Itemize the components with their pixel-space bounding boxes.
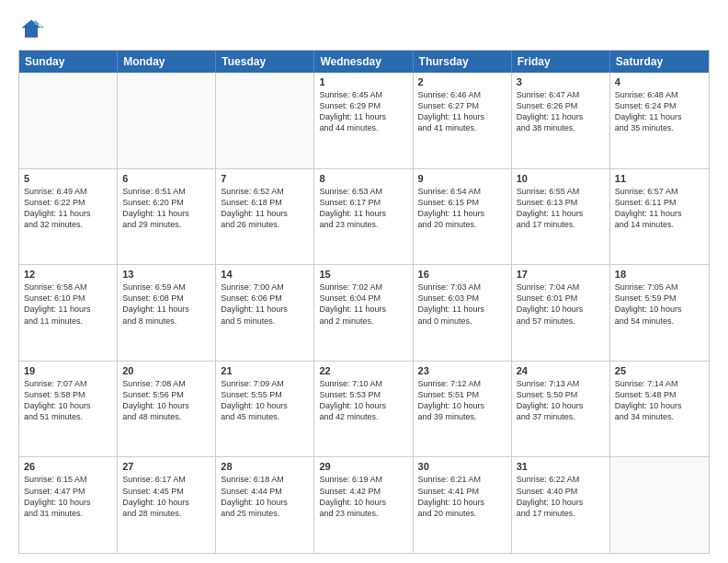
cal-cell [216,73,314,168]
logo-icon [18,17,44,42]
cell-info: Sunrise: 7:13 AM Sunset: 5:50 PM Dayligh… [517,378,605,423]
cell-info: Sunrise: 7:09 AM Sunset: 5:55 PM Dayligh… [221,378,309,423]
cal-cell [19,73,118,168]
cal-cell: 28Sunrise: 6:18 AM Sunset: 4:44 PM Dayli… [216,457,314,553]
cal-cell: 24Sunrise: 7:13 AM Sunset: 5:50 PM Dayli… [512,362,610,457]
day-number: 10 [517,173,605,184]
cell-info: Sunrise: 6:15 AM Sunset: 4:47 PM Dayligh… [24,474,112,519]
logo [18,17,48,42]
cell-info: Sunrise: 6:17 AM Sunset: 4:45 PM Dayligh… [122,474,210,519]
day-number: 5 [24,173,112,184]
cell-info: Sunrise: 6:58 AM Sunset: 6:10 PM Dayligh… [24,282,112,327]
cal-cell: 8Sunrise: 6:53 AM Sunset: 6:17 PM Daylig… [314,169,413,265]
cal-header-sunday: Sunday [19,51,118,73]
day-number: 21 [221,365,309,376]
cell-info: Sunrise: 7:08 AM Sunset: 5:56 PM Dayligh… [122,378,210,423]
page: SundayMondayTuesdayWednesdayThursdayFrid… [0,0,728,563]
cal-cell: 27Sunrise: 6:17 AM Sunset: 4:45 PM Dayli… [118,457,216,553]
cal-cell: 4Sunrise: 6:48 AM Sunset: 6:24 PM Daylig… [610,73,709,168]
cell-info: Sunrise: 6:54 AM Sunset: 6:15 PM Dayligh… [418,186,506,231]
cal-cell: 11Sunrise: 6:57 AM Sunset: 6:11 PM Dayli… [610,169,709,265]
day-number: 25 [615,365,704,376]
cell-info: Sunrise: 6:51 AM Sunset: 6:20 PM Dayligh… [122,186,210,231]
cell-info: Sunrise: 7:14 AM Sunset: 5:48 PM Dayligh… [615,378,704,423]
day-number: 23 [418,365,506,376]
cal-cell [610,457,709,553]
svg-marker-0 [22,20,41,38]
cal-cell: 16Sunrise: 7:03 AM Sunset: 6:03 PM Dayli… [414,265,512,361]
day-number: 1 [319,76,407,87]
day-number: 16 [418,269,506,280]
cal-cell: 7Sunrise: 6:52 AM Sunset: 6:18 PM Daylig… [216,169,314,265]
cal-cell: 15Sunrise: 7:02 AM Sunset: 6:04 PM Dayli… [314,265,413,361]
cell-info: Sunrise: 6:48 AM Sunset: 6:24 PM Dayligh… [615,89,704,134]
cal-row-2: 12Sunrise: 6:58 AM Sunset: 6:10 PM Dayli… [19,265,709,362]
cal-cell: 29Sunrise: 6:19 AM Sunset: 4:42 PM Dayli… [314,457,413,553]
cal-cell: 13Sunrise: 6:59 AM Sunset: 6:08 PM Dayli… [118,265,216,361]
cell-info: Sunrise: 7:10 AM Sunset: 5:53 PM Dayligh… [319,378,407,423]
cal-cell: 30Sunrise: 6:21 AM Sunset: 4:41 PM Dayli… [414,457,512,553]
cell-info: Sunrise: 6:49 AM Sunset: 6:22 PM Dayligh… [24,186,112,231]
cal-header-tuesday: Tuesday [216,51,314,73]
day-number: 22 [319,365,407,376]
cal-cell: 14Sunrise: 7:00 AM Sunset: 6:06 PM Dayli… [216,265,314,361]
cal-cell: 12Sunrise: 6:58 AM Sunset: 6:10 PM Dayli… [19,265,118,361]
cal-cell: 20Sunrise: 7:08 AM Sunset: 5:56 PM Dayli… [118,362,216,457]
cell-info: Sunrise: 6:45 AM Sunset: 6:29 PM Dayligh… [319,89,407,134]
header [18,17,710,42]
cal-cell [118,73,216,168]
cal-header-friday: Friday [512,51,610,73]
cal-cell: 2Sunrise: 6:46 AM Sunset: 6:27 PM Daylig… [414,73,512,168]
cal-cell: 31Sunrise: 6:22 AM Sunset: 4:40 PM Dayli… [512,457,610,553]
cell-info: Sunrise: 7:05 AM Sunset: 5:59 PM Dayligh… [615,282,704,327]
cal-cell: 18Sunrise: 7:05 AM Sunset: 5:59 PM Dayli… [610,265,709,361]
day-number: 8 [319,173,407,184]
cal-cell: 9Sunrise: 6:54 AM Sunset: 6:15 PM Daylig… [414,169,512,265]
day-number: 13 [122,269,210,280]
cell-info: Sunrise: 6:55 AM Sunset: 6:13 PM Dayligh… [517,186,605,231]
cal-cell: 5Sunrise: 6:49 AM Sunset: 6:22 PM Daylig… [19,169,118,265]
cal-header-thursday: Thursday [414,51,512,73]
cal-cell: 23Sunrise: 7:12 AM Sunset: 5:51 PM Dayli… [414,362,512,457]
cal-cell: 17Sunrise: 7:04 AM Sunset: 6:01 PM Dayli… [512,265,610,361]
day-number: 12 [24,269,112,280]
cell-info: Sunrise: 7:12 AM Sunset: 5:51 PM Dayligh… [418,378,506,423]
day-number: 15 [319,269,407,280]
day-number: 6 [122,173,210,184]
cell-info: Sunrise: 7:07 AM Sunset: 5:58 PM Dayligh… [24,378,112,423]
day-number: 7 [221,173,309,184]
cal-cell: 25Sunrise: 7:14 AM Sunset: 5:48 PM Dayli… [610,362,709,457]
cal-cell: 19Sunrise: 7:07 AM Sunset: 5:58 PM Dayli… [19,362,118,457]
cal-header-saturday: Saturday [610,51,709,73]
cal-row-4: 26Sunrise: 6:15 AM Sunset: 4:47 PM Dayli… [19,457,709,553]
day-number: 11 [615,173,704,184]
cell-info: Sunrise: 6:19 AM Sunset: 4:42 PM Dayligh… [319,474,407,519]
cell-info: Sunrise: 6:21 AM Sunset: 4:41 PM Dayligh… [418,474,506,519]
day-number: 20 [122,365,210,376]
day-number: 2 [418,76,506,87]
cal-row-1: 5Sunrise: 6:49 AM Sunset: 6:22 PM Daylig… [19,169,709,266]
cal-cell: 3Sunrise: 6:47 AM Sunset: 6:26 PM Daylig… [512,73,610,168]
day-number: 31 [517,461,605,472]
day-number: 14 [221,269,309,280]
cal-cell: 21Sunrise: 7:09 AM Sunset: 5:55 PM Dayli… [216,362,314,457]
day-number: 24 [517,365,605,376]
cal-cell: 10Sunrise: 6:55 AM Sunset: 6:13 PM Dayli… [512,169,610,265]
cell-info: Sunrise: 6:53 AM Sunset: 6:17 PM Dayligh… [319,186,407,231]
cell-info: Sunrise: 6:22 AM Sunset: 4:40 PM Dayligh… [517,474,605,519]
cal-header-wednesday: Wednesday [314,51,413,73]
cal-row-3: 19Sunrise: 7:07 AM Sunset: 5:58 PM Dayli… [19,362,709,458]
cell-info: Sunrise: 6:57 AM Sunset: 6:11 PM Dayligh… [615,186,704,231]
cell-info: Sunrise: 6:47 AM Sunset: 6:26 PM Dayligh… [517,89,605,134]
calendar-body: 1Sunrise: 6:45 AM Sunset: 6:29 PM Daylig… [19,73,709,553]
calendar: SundayMondayTuesdayWednesdayThursdayFrid… [18,50,710,554]
cell-info: Sunrise: 6:59 AM Sunset: 6:08 PM Dayligh… [122,282,210,327]
cell-info: Sunrise: 7:02 AM Sunset: 6:04 PM Dayligh… [319,282,407,327]
cal-header-monday: Monday [118,51,216,73]
cal-cell: 22Sunrise: 7:10 AM Sunset: 5:53 PM Dayli… [314,362,413,457]
day-number: 9 [418,173,506,184]
cal-cell: 26Sunrise: 6:15 AM Sunset: 4:47 PM Dayli… [19,457,118,553]
cal-cell: 6Sunrise: 6:51 AM Sunset: 6:20 PM Daylig… [118,169,216,265]
cell-info: Sunrise: 6:52 AM Sunset: 6:18 PM Dayligh… [221,186,309,231]
day-number: 28 [221,461,309,472]
